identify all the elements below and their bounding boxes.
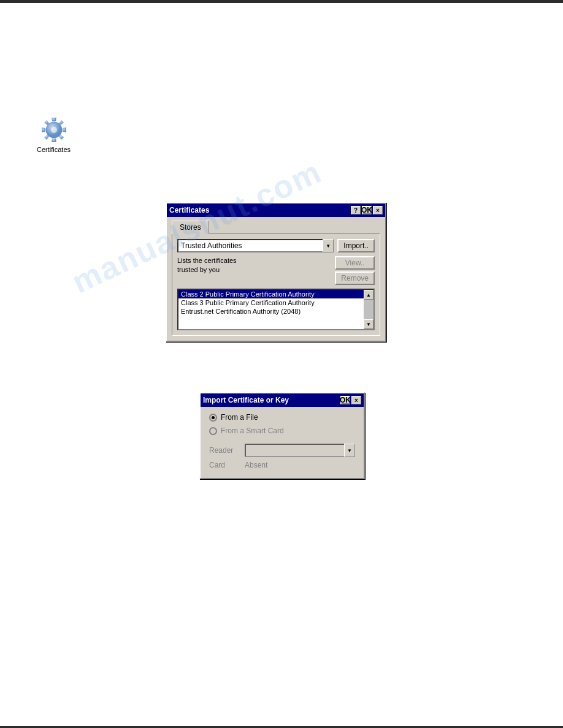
radio-group: From a File From a Smart Card [209, 413, 355, 435]
remove-button[interactable]: Remove [335, 271, 375, 285]
import-titlebar-buttons: OK × [340, 396, 361, 404]
store-select[interactable]: Trusted Authorities Personal Trusted Pub… [177, 239, 334, 252]
tab-stores[interactable]: Stores [172, 221, 209, 234]
radio-card[interactable] [209, 427, 217, 435]
scroll-up-button[interactable]: ▲ [364, 290, 373, 300]
top-border [0, 0, 563, 3]
radio-file[interactable] [209, 414, 217, 422]
cert-close-button[interactable]: × [373, 206, 383, 214]
import-dialog-body: From a File From a Smart Card Reader ▼ C… [201, 407, 364, 478]
svg-point-9 [51, 127, 57, 133]
certificates-dialog: Certificates ? OK × Stores Trusted Autho… [166, 202, 386, 342]
certificates-icon [40, 116, 67, 143]
card-label: Card [209, 461, 240, 469]
scroll-down-button[interactable]: ▼ [364, 319, 373, 329]
radio-file-row[interactable]: From a File [209, 413, 355, 422]
svg-marker-1 [52, 138, 56, 142]
side-buttons: View.. Remove [335, 256, 375, 285]
description-text: Lists the certificatestrusted by you [177, 256, 237, 285]
import-close-button[interactable]: × [351, 396, 361, 404]
cert-icon-label: Certificates [37, 146, 71, 153]
import-button[interactable]: Import.. [337, 239, 375, 252]
dropdown-row: Trusted Authorities Personal Trusted Pub… [177, 239, 375, 252]
cert-tab-content: Trusted Authorities Personal Trusted Pub… [172, 233, 380, 336]
svg-marker-3 [63, 127, 66, 132]
reader-select-wrapper: ▼ [245, 444, 355, 457]
certificates-icon-area[interactable]: Certificates [37, 116, 71, 153]
cert-dialog-titlebar: Certificates ? OK × [167, 203, 385, 217]
store-select-wrapper: Trusted Authorities Personal Trusted Pub… [177, 239, 334, 252]
cert-ok-button[interactable]: OK [362, 206, 372, 214]
view-button[interactable]: View.. [335, 256, 375, 270]
import-ok-button[interactable]: OK [340, 396, 350, 404]
list-scrollbar: ▲ ▼ [364, 290, 373, 329]
card-value: Absent [245, 461, 267, 469]
card-row: Card Absent [209, 461, 355, 469]
list-item[interactable]: Entrust.net Certification Authority (204… [178, 307, 373, 316]
import-certificate-dialog: Import Certificate or Key OK × From a Fi… [199, 392, 365, 479]
cert-list-box[interactable]: Class 2 Public Primary Certification Aut… [177, 289, 375, 330]
list-item[interactable]: Class 2 Public Primary Certification Aut… [178, 290, 373, 298]
svg-marker-0 [52, 118, 56, 121]
radio-card-label: From a Smart Card [221, 427, 284, 435]
description-area: Lists the certificatestrusted by you Vie… [177, 256, 375, 285]
reader-label: Reader [209, 446, 240, 455]
cert-help-button[interactable]: ? [351, 206, 361, 214]
radio-file-label: From a File [221, 413, 258, 422]
reader-select [245, 444, 355, 457]
cert-list-inner: Class 2 Public Primary Certification Aut… [178, 290, 373, 329]
list-item[interactable]: Class 3 Public Primary Certification Aut… [178, 298, 373, 307]
scroll-track [364, 300, 373, 319]
cert-dialog-body: Stores Trusted Authorities Personal Trus… [167, 217, 385, 341]
cert-tabs-row: Stores [172, 221, 380, 234]
cert-titlebar-buttons: ? OK × [351, 206, 383, 214]
svg-marker-2 [42, 127, 45, 132]
reader-row: Reader ▼ [209, 444, 355, 457]
radio-card-row[interactable]: From a Smart Card [209, 427, 355, 435]
cert-dialog-title: Certificates [169, 206, 351, 214]
import-dialog-title: Import Certificate or Key [203, 396, 340, 404]
import-dialog-titlebar: Import Certificate or Key OK × [201, 393, 364, 407]
